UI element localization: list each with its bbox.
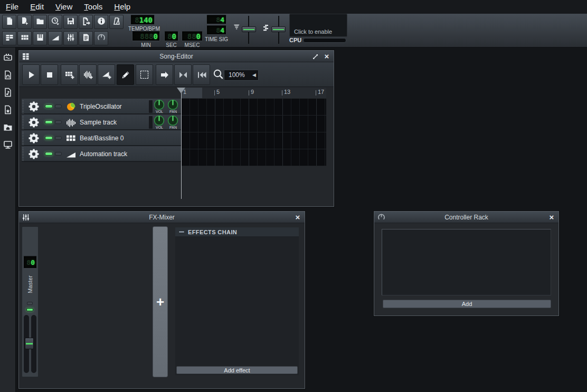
controller-rack-toggle-button[interactable]	[94, 31, 108, 45]
bb-editor-toggle-button[interactable]	[17, 31, 32, 45]
add-effect-button[interactable]: Add effect	[176, 366, 298, 374]
master-channel-strip[interactable]: 80 Master	[22, 226, 39, 377]
stop-button[interactable]	[41, 64, 58, 85]
song-grid[interactable]	[181, 99, 326, 166]
time-msec-display[interactable]: 880	[182, 31, 203, 41]
controller-rack-titlebar[interactable]: Controller Rack ×	[374, 212, 558, 223]
timesig-label: TIME SIG	[203, 36, 230, 42]
track-grip-handle[interactable]	[22, 100, 24, 113]
pan-knob[interactable]	[167, 115, 178, 126]
fx-mixer-toggle-button[interactable]	[63, 31, 78, 45]
track-grip-handle[interactable]	[22, 131, 24, 145]
channel-enabled-led[interactable]	[26, 308, 33, 311]
zoom-level-select[interactable]: 100% ◀	[224, 70, 259, 81]
sidebar-presets-button[interactable]	[3, 88, 13, 97]
maximize-icon[interactable]	[312, 53, 319, 62]
menu-help[interactable]: Help	[108, 0, 136, 14]
timesig-denominator-display[interactable]: 84	[206, 25, 226, 35]
track-name[interactable]: Automation track	[80, 146, 127, 162]
stop-behaviour-back-to-zero-button[interactable]	[193, 64, 210, 85]
track-name[interactable]: TripleOscillator	[80, 99, 122, 114]
track-row-automation[interactable]: Automation track	[22, 146, 181, 162]
volume-knob[interactable]	[154, 99, 165, 110]
project-info-button[interactable]	[94, 15, 108, 29]
master-fader-handle[interactable]	[25, 338, 34, 349]
tempo-display[interactable]: 8140	[130, 15, 155, 25]
track-gear-icon[interactable]	[28, 148, 40, 162]
solo-led[interactable]	[55, 152, 62, 156]
mute-led[interactable]	[45, 152, 53, 156]
metronome-button[interactable]	[109, 15, 124, 29]
add-bb-track-button[interactable]	[61, 64, 78, 85]
edit-mode-button[interactable]	[136, 64, 153, 85]
save-project-button[interactable]	[63, 15, 78, 29]
automation-editor-toggle-button[interactable]	[48, 31, 62, 45]
mute-led[interactable]	[45, 104, 53, 108]
zoom-level-value: 100%	[229, 70, 245, 80]
sidebar-computer-button[interactable]	[3, 140, 13, 149]
song-editor-titlebar[interactable]: Song-Editor ×	[19, 51, 334, 62]
channel-mute-led-off[interactable]	[27, 302, 33, 305]
close-icon[interactable]: ×	[322, 51, 332, 62]
mute-led[interactable]	[45, 136, 53, 140]
master-pitch-slider[interactable]	[271, 26, 286, 32]
song-editor-toggle-button[interactable]	[2, 31, 16, 45]
track-row-tripleoscillator[interactable]: TripleOscillator VOL PAN	[22, 99, 181, 114]
piano-roll-toggle-button[interactable]	[33, 31, 47, 45]
menu-edit[interactable]: Edit	[24, 0, 50, 14]
menu-view[interactable]: View	[50, 0, 78, 14]
time-min-display[interactable]: 8880	[132, 31, 160, 41]
solo-led[interactable]	[55, 104, 62, 108]
timeline-tick	[316, 90, 316, 95]
track-row-beat-bassline[interactable]: Beat/Bassline 0	[22, 130, 181, 146]
sidebar-favorites-button[interactable]	[3, 105, 13, 114]
close-icon[interactable]: ×	[547, 212, 556, 223]
new-fx-channel-button[interactable]: +	[153, 226, 168, 377]
time-sec-display[interactable]: 80	[164, 31, 178, 41]
timesig-numerator-display[interactable]: 84	[206, 15, 226, 24]
add-automation-track-button[interactable]	[98, 64, 115, 85]
track-gear-icon[interactable]	[28, 132, 40, 146]
controller-list[interactable]	[382, 229, 551, 295]
export-project-button[interactable]	[79, 15, 93, 29]
project-notes-toggle-button[interactable]	[79, 31, 93, 45]
solo-led[interactable]	[55, 120, 62, 124]
master-level-display[interactable]: 80	[23, 256, 37, 269]
clock-icon	[51, 17, 60, 27]
sidebar-samples-button[interactable]	[3, 70, 13, 80]
menu-tools[interactable]: Tools	[78, 0, 108, 14]
automation-track-icon	[66, 150, 76, 162]
track-row-sample[interactable]: Sample track VOL PAN	[22, 114, 181, 130]
play-button[interactable]	[22, 64, 40, 85]
track-gear-icon[interactable]	[28, 101, 40, 114]
mute-led[interactable]	[45, 120, 53, 124]
fx-mixer-titlebar[interactable]: FX-Mixer ×	[19, 212, 305, 223]
close-icon[interactable]: ×	[293, 212, 302, 223]
add-controller-button[interactable]: Add	[383, 300, 551, 308]
track-grip-handle[interactable]	[22, 147, 24, 161]
controller-rack-icon	[97, 33, 106, 44]
track-grip-handle[interactable]	[22, 116, 24, 129]
track-gear-icon[interactable]	[28, 117, 40, 130]
add-sample-track-button[interactable]	[79, 64, 97, 85]
effects-chain-enable-led[interactable]	[178, 231, 185, 233]
draw-mode-button[interactable]	[117, 64, 134, 85]
track-name[interactable]: Sample track	[80, 114, 117, 130]
solo-led[interactable]	[55, 136, 62, 140]
stop-behaviour-back-to-start-button[interactable]	[174, 64, 192, 85]
track-name[interactable]: Beat/Bassline 0	[80, 130, 124, 146]
sidebar-home-button[interactable]	[3, 122, 13, 132]
stop-behaviour-keep-position-button[interactable]	[156, 64, 173, 85]
playhead-marker[interactable]	[177, 88, 185, 93]
recent-projects-button[interactable]	[48, 15, 62, 29]
master-volume-slider[interactable]	[242, 26, 256, 32]
new-from-template-button[interactable]	[17, 15, 32, 29]
volume-knob[interactable]	[154, 115, 165, 126]
sidebar-instruments-button[interactable]	[3, 53, 13, 62]
song-timeline[interactable]: 1 5 9 13 17	[181, 88, 326, 98]
new-project-button[interactable]	[2, 15, 16, 29]
menu-file[interactable]: File	[0, 0, 24, 14]
open-project-button[interactable]	[33, 15, 47, 29]
output-visualizer[interactable]: Click to enable	[289, 14, 347, 37]
pan-knob[interactable]	[167, 99, 178, 110]
